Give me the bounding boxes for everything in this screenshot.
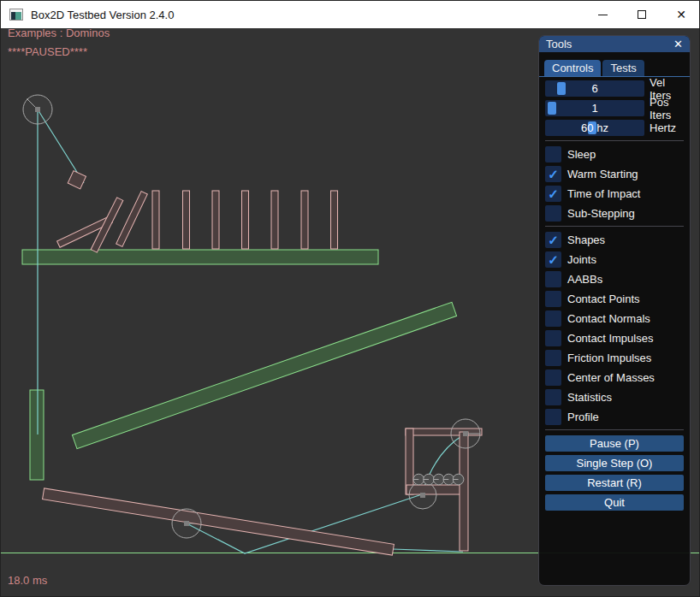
- domino-standing-5: [271, 191, 278, 249]
- checkbox-label: Sleep: [567, 148, 596, 161]
- tools-window: Tools ✕ Controls Tests 6 Vel Iters 1 Pos…: [538, 35, 691, 586]
- paused-label: ****PAUSED****: [8, 45, 87, 58]
- checkbox-label: Statistics: [567, 391, 612, 404]
- slider-value: 6: [545, 80, 644, 97]
- slider-row-vel-iters: 6 Vel Iters: [545, 80, 684, 97]
- slider-row-hertz: 60 hz Hertz: [545, 120, 684, 136]
- checkbox-row-statistics[interactable]: Statistics: [545, 389, 684, 405]
- slider-row-pos-iters: 1 Pos Iters: [545, 100, 684, 116]
- checkbox-row-aabbs[interactable]: AABBs: [545, 271, 684, 287]
- joint-ground-segment: [393, 549, 463, 552]
- checkbox-label: Warm Starting: [567, 168, 638, 180]
- domino-standing-6: [301, 191, 308, 249]
- checkbox-row-time-of-impact[interactable]: ✓ Time of Impact: [545, 186, 684, 202]
- elevator-platform: [30, 390, 44, 480]
- joint-anchor-square: [35, 107, 40, 112]
- tab-label: Controls: [552, 62, 593, 74]
- checkbox[interactable]: ✓: [545, 232, 561, 248]
- checkbox[interactable]: ✓: [545, 251, 561, 268]
- domino-standing-3: [212, 191, 219, 249]
- tools-close-icon[interactable]: ✕: [673, 38, 683, 50]
- pos-iters-slider[interactable]: 1: [545, 100, 644, 116]
- checkbox-row-profile[interactable]: Profile: [545, 409, 684, 425]
- maximize-icon: [638, 10, 646, 19]
- window-titlebar: Box2D Testbed Version 2.4.0 ✕: [1, 1, 700, 28]
- frame-right-post: [460, 432, 468, 551]
- checkbox-label: Friction Impulses: [567, 352, 651, 364]
- minimize-icon: [598, 15, 608, 15]
- checkbox-row-friction-impulses[interactable]: Friction Impulses: [545, 350, 684, 366]
- close-button[interactable]: ✕: [661, 1, 700, 28]
- checkbox[interactable]: [545, 271, 561, 287]
- checkbox-row-warm-starting[interactable]: ✓ Warm Starting: [545, 166, 684, 182]
- checkbox[interactable]: [545, 330, 561, 346]
- app-icon-part: [15, 12, 21, 20]
- checkbox[interactable]: [545, 389, 561, 405]
- tools-content: 6 Vel Iters 1 Pos Iters 60 hz Hertz Slee…: [539, 77, 690, 511]
- tab-controls[interactable]: Controls: [544, 60, 601, 76]
- checkbox-row-sub-stepping[interactable]: Sub-Stepping: [545, 205, 684, 222]
- slider-value: 60 hz: [545, 120, 644, 136]
- tools-titlebar[interactable]: Tools ✕: [539, 36, 690, 52]
- tools-tabbar: Controls Tests: [539, 52, 690, 77]
- quit-button[interactable]: Quit: [545, 494, 684, 511]
- checkbox-label: Time of Impact: [567, 187, 640, 200]
- checkbox-label: Contact Normals: [567, 312, 650, 325]
- checkbox-row-joints[interactable]: ✓ Joints: [545, 251, 684, 268]
- checkbox-label: Contact Points: [567, 293, 640, 305]
- tab-tests[interactable]: Tests: [602, 60, 644, 76]
- checkbox-label: AABBs: [567, 273, 602, 286]
- separator: [545, 226, 684, 227]
- checkbox-row-contact-points[interactable]: Contact Points: [545, 291, 684, 307]
- checkbox[interactable]: ✓: [545, 166, 561, 182]
- checkbox-row-shapes[interactable]: ✓ Shapes: [545, 232, 684, 248]
- checkbox-row-sleep[interactable]: Sleep: [545, 146, 684, 163]
- checkbox-row-contact-normals[interactable]: Contact Normals: [545, 310, 684, 327]
- checkbox[interactable]: [545, 369, 561, 386]
- single-step-button[interactable]: Single Step (O): [545, 455, 684, 471]
- checkbox[interactable]: [545, 350, 561, 366]
- slider-label: Pos Iters: [650, 96, 684, 121]
- tools-title: Tools: [546, 38, 572, 50]
- hanging-box: [68, 171, 86, 189]
- maximize-button[interactable]: [622, 1, 661, 28]
- long-ramp: [72, 302, 456, 448]
- window-title: Box2D Testbed Version 2.4.0: [31, 9, 174, 21]
- checkbox-label: Joints: [567, 253, 596, 266]
- dominos-platform: [22, 250, 378, 264]
- checkbox-label: Sub-Stepping: [567, 207, 635, 220]
- separator: [545, 429, 684, 430]
- checkbox[interactable]: ✓: [545, 186, 561, 202]
- window-controls: ✕: [583, 1, 700, 28]
- checkbox[interactable]: [545, 310, 561, 327]
- domino-standing-4: [242, 191, 249, 249]
- joint-anchor-square: [463, 431, 468, 436]
- minimize-button[interactable]: [583, 1, 622, 28]
- domino-standing-1: [152, 191, 159, 249]
- tab-label: Tests: [610, 62, 636, 74]
- checkbox-label: Profile: [567, 411, 599, 423]
- restart-button[interactable]: Restart (R): [545, 475, 684, 491]
- example-label: Examples : Dominos: [8, 27, 110, 39]
- hertz-slider[interactable]: 60 hz: [545, 120, 644, 136]
- checkbox-row-contact-impulses[interactable]: Contact Impulses: [545, 330, 684, 346]
- checkbox-label: Contact Impulses: [567, 332, 653, 345]
- frame-left-post: [406, 429, 413, 494]
- domino-standing-7: [331, 191, 338, 249]
- joint-anchor-square: [184, 521, 189, 526]
- box2d-app-icon: [9, 9, 23, 21]
- checkbox[interactable]: [545, 146, 561, 163]
- checkbox[interactable]: [545, 409, 561, 425]
- checkbox[interactable]: [545, 291, 561, 307]
- close-icon: ✕: [676, 9, 686, 21]
- separator: [545, 140, 684, 141]
- domino-standing-2: [183, 191, 190, 249]
- checkbox-row-center-of-masses[interactable]: Center of Masses: [545, 369, 684, 386]
- slider-label: Hertz: [650, 121, 676, 134]
- pause-button[interactable]: Pause (P): [545, 435, 684, 452]
- joint-anchor-square: [420, 493, 425, 498]
- vel-iters-slider[interactable]: 6: [545, 80, 644, 97]
- checkbox-label: Center of Masses: [567, 371, 655, 384]
- frame-time-label: 18.0 ms: [8, 574, 47, 587]
- checkbox[interactable]: [545, 205, 561, 222]
